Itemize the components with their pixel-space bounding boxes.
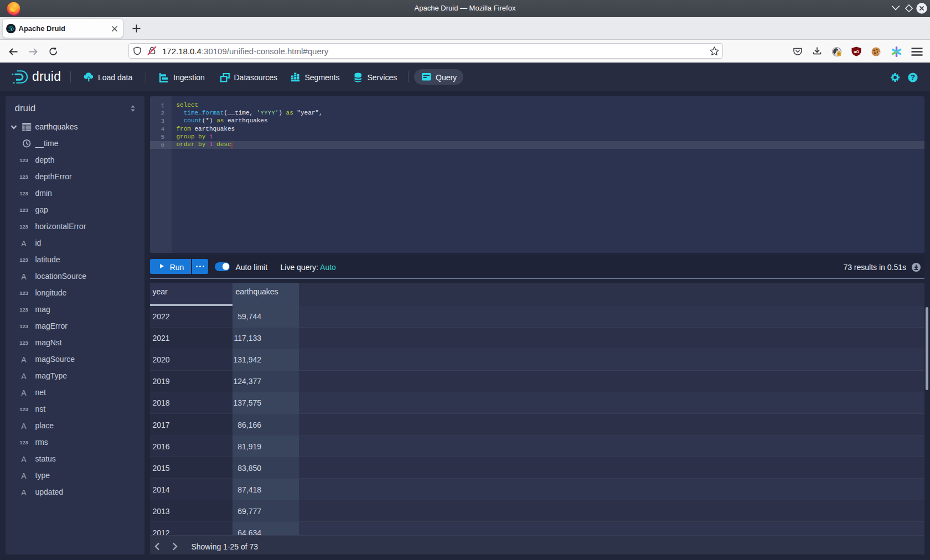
svg-text:?: ?: [911, 73, 915, 81]
svg-text:uO: uO: [854, 50, 859, 54]
